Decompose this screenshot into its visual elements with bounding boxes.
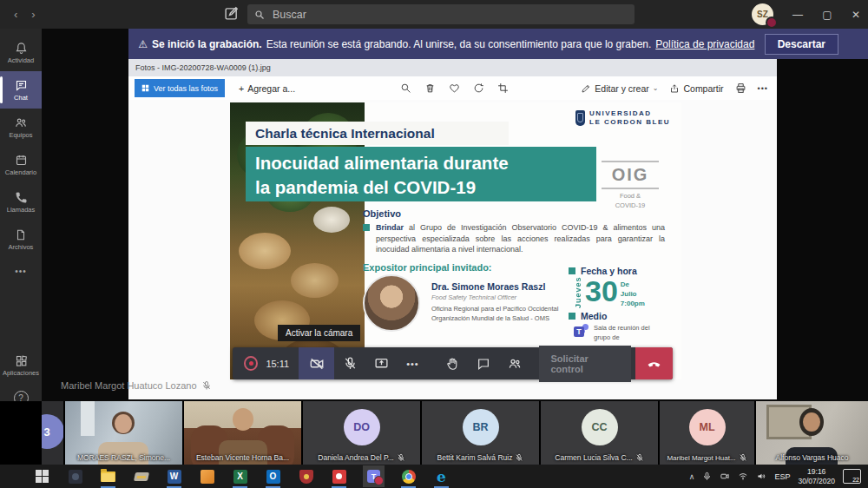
- participant-name: Esteban Vicente Horna Ba...: [184, 453, 301, 462]
- meeting-duration: 15:11: [266, 359, 289, 369]
- day-name: Jueves: [574, 277, 582, 308]
- share-button[interactable]: Compartir: [669, 83, 723, 94]
- objetivo-lead: Brindar: [376, 223, 404, 232]
- photos-window-titlebar: Fotos - IMG-20200728-WA0009 (1).jpg: [128, 59, 777, 76]
- add-to-button[interactable]: + Agregar a...: [239, 83, 295, 94]
- teams-letter: T: [574, 326, 584, 337]
- participant-tile-avatar[interactable]: BR Bettit Karim Salvá Ruiz: [422, 401, 539, 465]
- more-options-button[interactable]: •••: [397, 347, 428, 379]
- tray-mic-icon[interactable]: [702, 472, 712, 481]
- clock[interactable]: 19:16 30/07/2020: [798, 467, 835, 485]
- university-name-line2: LE CORDON BLEU: [589, 118, 670, 127]
- share-label: Compartir: [683, 83, 723, 94]
- participants-button[interactable]: [499, 347, 530, 379]
- participant-tile-avatar[interactable]: ML Maribel Margot Huat...: [660, 401, 754, 465]
- taskbar-app-cube[interactable]: [198, 467, 216, 485]
- chat-icon: [15, 79, 28, 92]
- tray-expand-chevron[interactable]: ∧: [689, 472, 695, 481]
- event-date: Jueves 30 De Julio 7:00pm: [574, 277, 645, 309]
- taskbar-app-red[interactable]: [330, 467, 348, 485]
- sidebar-more-button[interactable]: •••: [15, 258, 27, 284]
- sidebar-item-label: Calendario: [5, 168, 36, 176]
- tray-volume-icon[interactable]: [756, 472, 766, 481]
- hang-up-button[interactable]: [635, 347, 673, 379]
- share-screen-button[interactable]: [365, 347, 397, 379]
- sidebar-item-archivos[interactable]: Archivos: [0, 221, 42, 258]
- participant-name: Carmen Lucia Silva C...: [541, 453, 658, 462]
- excel-icon[interactable]: X: [231, 467, 249, 485]
- mic-muted-icon: [635, 453, 644, 462]
- tray-camera-icon[interactable]: [720, 472, 730, 481]
- privacy-policy-link[interactable]: Política de privacidad: [655, 38, 754, 50]
- taskbar-app-gray[interactable]: [132, 467, 150, 485]
- raise-hand-button[interactable]: [437, 347, 468, 379]
- search-input[interactable]: [271, 8, 628, 22]
- sidebar-item-actividad[interactable]: Actividad: [0, 34, 42, 71]
- raise-hand-icon: [445, 357, 459, 371]
- participant-tile-video[interactable]: Esteban Vicente Horna Ba...: [184, 401, 301, 465]
- word-icon[interactable]: W: [165, 467, 183, 485]
- tray-time: 19:16: [798, 467, 835, 477]
- banner-bold-text: Se inició la grabación.: [152, 38, 262, 50]
- chat-panel-button[interactable]: [468, 347, 499, 379]
- oig-sub2: COVID-19: [602, 201, 659, 211]
- bullet-square-icon: [569, 313, 575, 320]
- banner-text: Esta reunión se está grabando. Al unirse…: [266, 38, 652, 50]
- mic-toggle-button[interactable]: [334, 347, 365, 379]
- maximize-button[interactable]: ▢: [813, 0, 841, 29]
- taskbar-app-dark[interactable]: [66, 467, 84, 485]
- zoom-icon[interactable]: [400, 82, 411, 94]
- edit-create-button[interactable]: Editar y crear ⌄: [581, 83, 658, 94]
- favorite-icon[interactable]: [449, 82, 460, 94]
- sidebar-item-label: Llamadas: [7, 206, 36, 214]
- sidebar-item-label: Chat: [14, 94, 28, 102]
- request-control-button[interactable]: Solicitar control: [539, 346, 631, 382]
- photos-more-button[interactable]: •••: [758, 84, 768, 93]
- tray-wifi-icon[interactable]: [738, 472, 748, 481]
- windows-logo-icon: [36, 470, 49, 483]
- start-button[interactable]: [33, 467, 51, 485]
- sidebar-item-aplicaciones[interactable]: Aplicaciones: [0, 346, 42, 384]
- back-arrow-icon[interactable]: ‹: [14, 8, 17, 21]
- close-button[interactable]: ✕: [842, 0, 868, 29]
- overflow-participant-tile[interactable]: 3: [42, 401, 63, 465]
- participant-name: Daniela Andrea Del P...: [303, 453, 420, 462]
- plus-icon: +: [239, 83, 244, 94]
- sidebar-item-equipos[interactable]: Equipos: [0, 109, 42, 146]
- hang-up-icon: [646, 355, 662, 372]
- minimize-button[interactable]: —: [784, 0, 812, 29]
- rotate-icon[interactable]: [473, 82, 484, 94]
- participant-tile-video[interactable]: MORAES RASZL, Simone...: [65, 401, 182, 465]
- compose-icon[interactable]: [224, 6, 239, 21]
- sidebar-item-chat[interactable]: Chat: [0, 71, 42, 109]
- search-bar[interactable]: [247, 4, 635, 24]
- print-icon[interactable]: [735, 82, 746, 94]
- action-center-icon[interactable]: 22: [843, 469, 861, 484]
- people-icon: [14, 116, 28, 129]
- speaker-photo: [363, 274, 420, 332]
- sidebar-item-llamadas[interactable]: Llamadas: [0, 183, 42, 221]
- file-explorer-icon[interactable]: [99, 467, 117, 485]
- outlook-icon[interactable]: O: [264, 467, 282, 485]
- participant-tile-video[interactable]: Alfonso Vargas Huaco: [756, 401, 868, 465]
- participant-avatar: ML: [689, 409, 726, 445]
- bell-icon: [15, 42, 28, 55]
- edge-icon[interactable]: e: [432, 467, 450, 485]
- crop-icon[interactable]: [497, 82, 509, 94]
- calendar-icon: [15, 154, 28, 167]
- chrome-icon[interactable]: [399, 467, 418, 485]
- recording-indicator-icon: [244, 356, 258, 371]
- security-shield-icon[interactable]: [297, 467, 315, 485]
- warning-icon: ⚠: [138, 38, 148, 50]
- forward-arrow-icon[interactable]: ›: [31, 8, 35, 21]
- sidebar-item-calendario[interactable]: Calendario: [0, 146, 42, 183]
- participant-tile-avatar[interactable]: DO Daniela Andrea Del P...: [303, 401, 420, 465]
- delete-icon[interactable]: [424, 82, 436, 94]
- participant-tile-avatar[interactable]: CC Carmen Lucia Silva C...: [541, 401, 658, 465]
- teams-taskbar-icon[interactable]: T: [363, 465, 385, 487]
- dismiss-button[interactable]: Descartar: [765, 34, 838, 55]
- camera-toggle-button[interactable]: [299, 347, 334, 379]
- view-all-photos-button[interactable]: Ver todas las fotos: [135, 79, 225, 97]
- sidebar-item-label: Aplicaciones: [3, 369, 39, 377]
- language-indicator[interactable]: ESP: [774, 472, 790, 481]
